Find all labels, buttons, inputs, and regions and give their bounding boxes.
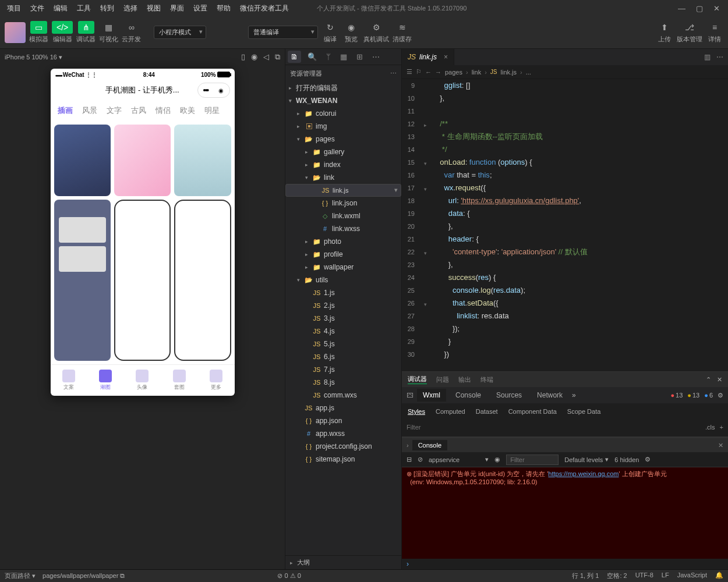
nav-more[interactable]: 更多 [210, 370, 222, 391]
language[interactable]: JavaScript [677, 572, 707, 580]
gear-icon[interactable]: ⚙ [718, 392, 723, 399]
wallpaper-card[interactable] [174, 200, 231, 361]
menu-edit[interactable]: 编辑 [49, 1, 72, 16]
styles-tab[interactable]: Styles [408, 408, 425, 415]
nav-wallpaper[interactable]: 潮图 [99, 370, 112, 391]
tree-node[interactable]: ▸📁profile [285, 248, 401, 261]
visual-toggle[interactable]: ▦ [100, 21, 118, 34]
tab-debugger[interactable]: 调试器 [408, 375, 427, 384]
devtab-wxml[interactable]: Wxml [417, 389, 446, 402]
scopedata-tab[interactable]: Scope Data [567, 408, 600, 415]
chevron-up-icon[interactable]: ⌃ [706, 376, 711, 384]
crumb-file[interactable]: link.js [501, 69, 517, 76]
tree-node[interactable]: { }app.json [285, 414, 401, 427]
bell-icon[interactable]: 🔔 [715, 572, 723, 580]
sidebar-toggle-icon[interactable]: ⊟ [407, 456, 412, 463]
menu-goto[interactable]: 转到 [96, 1, 119, 16]
nav-suite[interactable]: 套图 [173, 370, 186, 391]
preview-button[interactable]: ◉ [342, 21, 360, 34]
menu-view[interactable]: 视图 [142, 1, 165, 16]
tree-node[interactable]: JS8.js [285, 376, 401, 389]
tree-node[interactable]: JS3.js [285, 312, 401, 325]
editor-tab[interactable]: JS link.js × [402, 49, 454, 65]
remote-debug-button[interactable]: ⚙ [367, 21, 385, 34]
cloud-toggle[interactable]: ∞ [123, 21, 140, 34]
console-tab[interactable]: Console [412, 440, 447, 450]
tree-node[interactable]: JS1.js [285, 286, 401, 299]
tree-node[interactable]: JS2.js [285, 299, 401, 312]
tree-node[interactable]: #app.wxss [285, 427, 401, 440]
cls-toggle[interactable]: .cls [705, 424, 715, 431]
tree-node[interactable]: JScomm.wxs [285, 389, 401, 402]
close-icon[interactable]: ✕ [717, 376, 722, 384]
phone-simulator[interactable]: WeChat ⋮⋮ 8:44 100% 手机潮图 - 让手机秀... •••◉ … [51, 69, 235, 396]
tab-illustration[interactable]: 插画 [54, 103, 76, 118]
compile-select[interactable]: 普通编译 [248, 26, 318, 39]
page-path-label[interactable]: 页面路径 ▾ [5, 572, 36, 580]
project-root[interactable]: ▾WX_WENAN [285, 94, 401, 107]
wallpaper-card[interactable] [114, 200, 171, 361]
list-icon[interactable]: ☰ [407, 68, 412, 76]
tab-scenery[interactable]: 风景 [79, 103, 101, 118]
styles-filter[interactable] [407, 424, 701, 431]
info-count[interactable]: 6 [704, 392, 713, 399]
ext-icon[interactable]: ⊞ [354, 51, 366, 63]
level-select[interactable]: Default levels ▾ [564, 456, 609, 463]
crumb-pages[interactable]: pages [445, 69, 462, 76]
close-tab-icon[interactable]: × [444, 53, 448, 61]
devtab-network[interactable]: Network [531, 389, 568, 402]
eye-icon[interactable]: ◉ [494, 456, 500, 463]
tab-problems[interactable]: 问题 [436, 375, 449, 384]
tree-node[interactable]: JSlink.js [285, 184, 401, 197]
search-icon[interactable]: 🔍 [305, 51, 320, 63]
menu-file[interactable]: 文件 [26, 1, 49, 16]
simulator-toggle[interactable]: ▭ [30, 21, 47, 34]
tree-node[interactable]: ▸📁index [285, 158, 401, 171]
devtab-sources[interactable]: Sources [490, 389, 528, 402]
context-select[interactable]: appservice ▾ [429, 456, 489, 463]
device-icon[interactable]: ▯ [241, 52, 245, 62]
more-icon[interactable]: ⋯ [390, 70, 397, 77]
tree-node[interactable]: JS4.js [285, 325, 401, 338]
forward-icon[interactable]: → [435, 69, 441, 76]
tree-node[interactable]: JSapp.js [285, 402, 401, 414]
eol[interactable]: LF [662, 572, 669, 580]
back-icon[interactable]: ← [425, 69, 432, 76]
tree-node[interactable]: JS7.js [285, 363, 401, 376]
tree-node[interactable]: ▸📁colorui [285, 107, 401, 120]
tree-node[interactable]: ▾📂utils [285, 274, 401, 286]
tree-node[interactable]: ▸📁photo [285, 235, 401, 248]
tree-node[interactable]: ▾📂link [285, 171, 401, 184]
tab-western[interactable]: 欧美 [176, 103, 199, 118]
problem-counts[interactable]: ⊘ 0 ⚠ 0 [277, 572, 301, 580]
encoding[interactable]: UTF-8 [635, 572, 653, 580]
tree-node[interactable]: { }sitemap.json [285, 453, 401, 466]
wallpaper-card[interactable] [54, 125, 111, 196]
tab-terminal[interactable]: 终端 [480, 375, 493, 384]
branch-icon[interactable]: ᛘ [323, 51, 334, 63]
page-path[interactable]: pages/wallpaper/wallpaper ⧉ [43, 572, 125, 580]
tree-node[interactable]: ◇link.wxml [285, 210, 401, 222]
menu-tools[interactable]: 工具 [72, 1, 96, 16]
close-icon[interactable]: ✕ [718, 442, 723, 449]
details-button[interactable]: ≡ [706, 21, 723, 34]
clear-console-icon[interactable]: ⊘ [418, 456, 423, 463]
menu-ui[interactable]: 界面 [165, 1, 189, 16]
tree-node[interactable]: { }project.config.json [285, 440, 401, 453]
editor-toggle[interactable]: </> [52, 21, 73, 34]
menu-settings[interactable]: 设置 [189, 1, 212, 16]
device-label[interactable]: iPhone 5 100% 16 ▾ [5, 54, 62, 61]
nav-avatar[interactable]: 头像 [136, 370, 149, 391]
console-prompt[interactable]: › [402, 559, 728, 569]
tree-node[interactable]: ▸🞕img [285, 120, 401, 133]
tab-couple[interactable]: 情侣 [152, 103, 174, 118]
mute-icon[interactable]: ◁ [263, 52, 269, 62]
gear-icon[interactable]: ⚙ [645, 456, 651, 463]
hidden-count[interactable]: 6 hidden [614, 456, 639, 463]
tree-node[interactable]: JS5.js [285, 338, 401, 350]
version-button[interactable]: ⎇ [681, 21, 698, 34]
devtab-console[interactable]: Console [450, 389, 487, 402]
avatar[interactable] [5, 22, 26, 43]
tree-node[interactable]: ▸📁wallpaper [285, 261, 401, 274]
close-icon[interactable]: ✕ [713, 4, 720, 13]
